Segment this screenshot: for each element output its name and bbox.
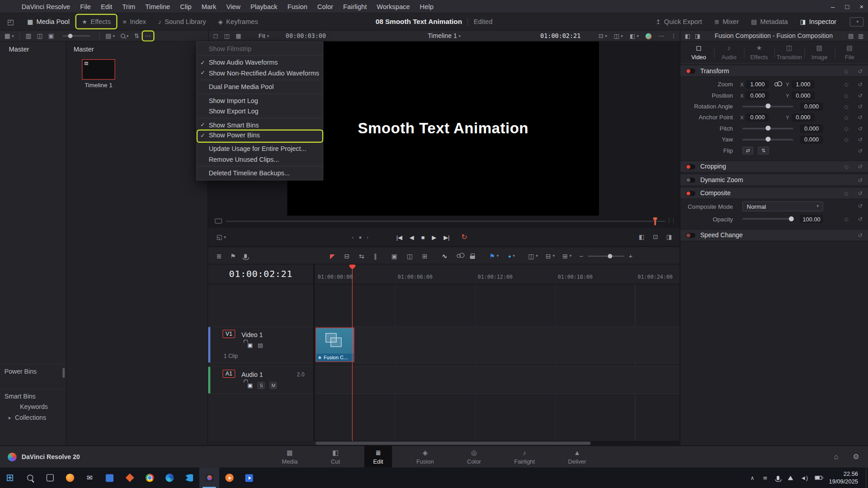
inspector-collapse-icon[interactable]: ▤ <box>848 33 854 39</box>
menu-show-smart-bins[interactable]: ✓ Show Smart Bins <box>197 120 323 130</box>
taskbar-clock[interactable]: 22.56 19/09/2025 <box>829 470 866 485</box>
overwrite-clip-icon[interactable]: ◫ ▾ <box>407 252 413 260</box>
track-destination-v1[interactable]: V1 <box>222 330 235 338</box>
insert-clip-icon[interactable]: ▣ ▾ <box>392 252 397 260</box>
page-cut[interactable]: ◧ Cut <box>322 446 349 468</box>
timeline-view-icon[interactable]: ◫ ▾ <box>528 252 538 260</box>
speed-change-section-header[interactable]: Speed Change ◇ ↺ <box>680 229 868 241</box>
solo-button[interactable]: S <box>258 382 265 389</box>
expand-viewer-icon[interactable]: ◨ <box>666 234 672 241</box>
value-slider[interactable] <box>742 127 793 129</box>
tab-image[interactable]: ▨ Image <box>804 42 835 63</box>
slider-knob[interactable] <box>765 103 770 108</box>
slider-knob[interactable] <box>789 216 794 221</box>
page-fusion[interactable]: ◈ Fusion <box>407 446 443 468</box>
menu-fusion[interactable]: Fusion <box>283 3 312 10</box>
menu-edit[interactable]: Edit <box>96 3 117 10</box>
jog-fwd-icon[interactable]: › <box>367 235 368 240</box>
track-film-icon[interactable]: ▤ <box>258 342 263 348</box>
scrub-handle-icon[interactable] <box>215 219 222 224</box>
safe-area-select[interactable]: ◱ ▾ <box>217 228 226 246</box>
menu-trim[interactable]: Trim <box>117 3 140 10</box>
timeline-view-options-icon[interactable]: ≣ <box>217 252 222 260</box>
scrollbar-thumb[interactable] <box>316 441 591 445</box>
razor-edit-mode-icon[interactable]: ∥ ▾ <box>374 252 377 260</box>
resolution-icon[interactable]: ⊡ ▾ <box>599 33 607 39</box>
bin-root-master[interactable]: Master <box>0 42 66 53</box>
value-field[interactable]: 0.000 <box>800 124 823 132</box>
section-dynamic-zoom[interactable]: Dynamic Zoom ◇ ↺ <box>680 174 868 186</box>
keyframe-icon[interactable]: ◇ <box>844 216 848 222</box>
task-view-button[interactable] <box>40 468 60 488</box>
page-deliver[interactable]: ▲ Deliver <box>559 446 595 468</box>
page-color[interactable]: ◎ Color <box>458 446 490 468</box>
clip-lock-icon[interactable]: ▾ <box>470 253 475 258</box>
timeline-playhead[interactable] <box>352 264 353 441</box>
media-pool-button[interactable]: ▦ Media Pool <box>21 14 76 29</box>
search-icon[interactable]: ▾ <box>118 31 131 41</box>
reset-icon[interactable]: ↺ <box>858 216 862 222</box>
jog-dot-icon[interactable]: ● <box>359 235 362 240</box>
reset-icon[interactable]: ↺ <box>858 103 862 109</box>
loop-button[interactable]: ↻ <box>461 233 467 241</box>
panel-toggle-icon[interactable]: ◰ <box>0 18 21 26</box>
minimize-button[interactable]: – <box>831 3 835 10</box>
detail-zoom-icon[interactable]: ⊞ ▾ <box>562 252 571 260</box>
layout-preset-button[interactable]: ▾ <box>850 17 864 26</box>
keyframe-icon[interactable]: ◇ <box>844 114 848 120</box>
close-button[interactable]: × <box>860 3 864 10</box>
vscode-app[interactable] <box>179 468 199 488</box>
section-cropping[interactable]: Cropping ◇ ↺ <box>680 160 868 173</box>
composite-enable-toggle[interactable] <box>686 191 695 196</box>
metadata-button[interactable]: ▤ Metadata <box>745 14 794 29</box>
viewer-zoom-select[interactable]: Fit ▾ <box>259 30 269 41</box>
keyframe-icon[interactable]: ◇ <box>844 125 848 131</box>
menu-show-import-log[interactable]: ✓ Show Import Log <box>197 96 323 106</box>
keyframe-icon[interactable]: ◇ <box>844 92 848 98</box>
track-name[interactable]: Audio 1 <box>241 371 263 378</box>
y-value-field[interactable]: 1.000 <box>792 80 815 88</box>
davinci-resolve-app[interactable] <box>199 468 219 488</box>
x-value-field[interactable]: 0.000 <box>746 113 769 121</box>
new-bin-icon[interactable]: ▣ ▾ <box>45 31 57 41</box>
trim-edit-mode-icon[interactable]: ⊟ ▾ <box>344 252 349 260</box>
keyframe-icon[interactable]: ◇ <box>844 164 848 169</box>
fusion-composition-clip[interactable]: ∗ Fusion C... <box>316 328 354 362</box>
sound-library-button[interactable]: ♪ Sound Library <box>152 14 212 29</box>
full-extent-zoom-icon[interactable]: ⊟ ▾ <box>546 252 555 260</box>
reset-icon[interactable]: ↺ <box>858 232 862 238</box>
import-folder-icon[interactable]: ◫ ▾ <box>34 31 45 41</box>
page-media[interactable]: ▦ Media <box>273 446 307 468</box>
dual-viewer-icon[interactable]: ◫ <box>224 33 230 39</box>
show-desktop-button[interactable] <box>866 468 868 488</box>
smart-bin-collections[interactable]: ▾ Collections <box>0 412 66 423</box>
tray-chevron-icon[interactable]: ∧ <box>750 475 755 481</box>
y-value-field[interactable]: 0.000 <box>792 113 815 121</box>
transform-enable-toggle[interactable] <box>686 68 695 73</box>
fx-glow-icon[interactable]: ▾ <box>646 33 651 39</box>
menu-help[interactable]: Help <box>415 3 439 10</box>
timeline-1[interactable]: ▤ Timeline 1 <box>77 59 119 89</box>
flag-timeline-icon[interactable]: ⚑ <box>230 252 236 260</box>
menu-davinci-resolve[interactable]: DaVinci Resolve <box>17 3 75 10</box>
stop-button[interactable]: ■ <box>421 234 425 240</box>
capture-still-icon[interactable]: ⊡ <box>653 234 658 241</box>
x-value-field[interactable]: 0.000 <box>746 91 769 99</box>
value-slider[interactable] <box>742 105 793 107</box>
value-slider[interactable] <box>742 139 793 141</box>
keyframe-icon[interactable]: ◇ <box>844 68 848 74</box>
section-enable-toggle[interactable] <box>686 164 695 169</box>
zoom-slider[interactable] <box>588 255 624 256</box>
quick-export-button[interactable]: ↥ Quick Export <box>650 14 708 29</box>
flip-vertical-button[interactable]: ⇅ <box>758 146 769 154</box>
value-field[interactable]: 0.000 <box>800 102 823 110</box>
utility-app[interactable] <box>119 468 139 488</box>
menu-dual-pane-media-pool[interactable]: ✓ Dual Pane Media Pool <box>197 82 323 94</box>
movies-app[interactable] <box>239 468 259 488</box>
tray-volume-icon[interactable]: ◄) <box>801 475 808 481</box>
tray-wifi-icon[interactable] <box>788 475 793 480</box>
reset-icon[interactable]: ↺ <box>858 190 862 196</box>
reset-icon[interactable]: ↺ <box>858 164 862 169</box>
reset-icon[interactable]: ↺ <box>858 203 862 209</box>
menu-file[interactable]: File <box>75 3 96 10</box>
